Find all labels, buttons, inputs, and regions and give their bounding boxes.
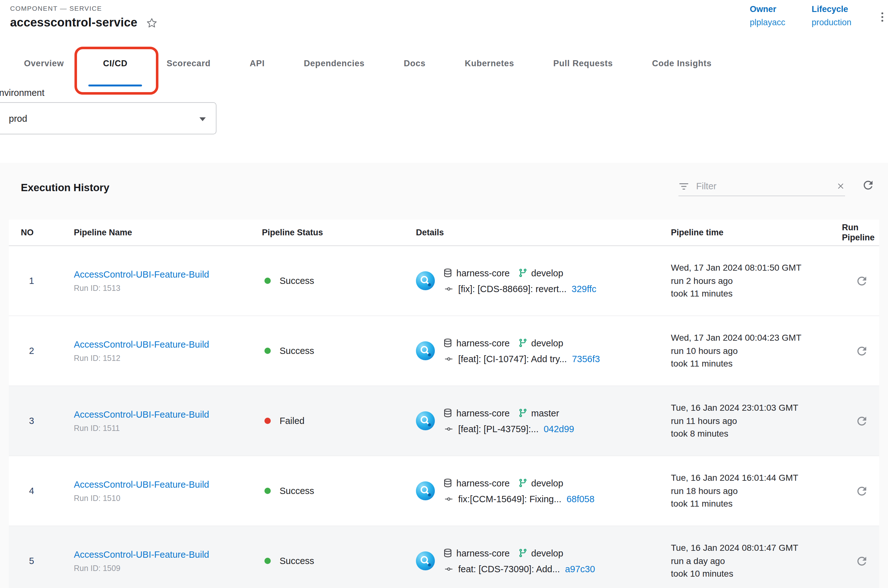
commit-sha-link[interactable]: 042d99 xyxy=(544,424,574,434)
run-id: Run ID: 1509 xyxy=(74,564,262,573)
column-header-pipeline-name: Pipeline Name xyxy=(74,228,262,237)
page-title: accesscontrol-service xyxy=(10,16,137,30)
branch-name: develop xyxy=(531,478,563,488)
clear-filter-button[interactable] xyxy=(836,182,845,190)
branch-name: develop xyxy=(531,548,563,558)
pipeline-name-link[interactable]: AccessControl-UBI-Feature-Build xyxy=(74,549,262,559)
kebab-menu-icon[interactable] xyxy=(876,11,888,26)
favorite-star-icon[interactable] xyxy=(146,17,158,29)
status-dot xyxy=(264,418,271,424)
commit-sha-link[interactable]: 7356f3 xyxy=(572,354,600,364)
tab-cicd[interactable]: CI/CD xyxy=(84,40,147,86)
run-pipeline-button[interactable] xyxy=(851,340,872,362)
pipeline-time-duration: took 11 minutes xyxy=(671,357,842,370)
commit-sha-link[interactable]: 329ffc xyxy=(571,284,597,294)
status-dot xyxy=(264,558,271,564)
filter-funnel-icon xyxy=(678,181,689,192)
tab-docs[interactable]: Docs xyxy=(384,40,445,86)
repo-name: harness-core xyxy=(456,408,509,418)
tab-dependencies[interactable]: Dependencies xyxy=(284,40,385,86)
tab-kubernetes[interactable]: Kubernetes xyxy=(445,40,534,86)
pipeline-time-duration: took 10 minutes xyxy=(671,567,842,580)
git-branch-icon xyxy=(518,478,527,488)
tab-overview[interactable]: Overview xyxy=(5,40,84,86)
owner-value-link[interactable]: plplayacc xyxy=(750,18,786,27)
table-row: 4 AccessControl-UBI-Feature-Build Run ID… xyxy=(9,456,879,526)
pipeline-time-ago: run 18 hours ago xyxy=(671,484,842,498)
pipeline-execution-icon xyxy=(416,411,435,430)
refresh-icon xyxy=(861,178,875,192)
pipeline-time: Wed, 17 Jan 2024 00:04:23 GMT run 10 hou… xyxy=(671,332,842,370)
status-text: Failed xyxy=(279,416,305,426)
pipeline-name-link[interactable]: AccessControl-UBI-Feature-Build xyxy=(74,409,262,419)
commit-message: feat: [CDS-73090]: Add... xyxy=(458,564,560,574)
git-commit-icon xyxy=(443,284,454,293)
filter-input[interactable] xyxy=(695,180,831,192)
column-header-pipeline-status: Pipeline Status xyxy=(262,228,416,237)
pipeline-time: Tue, 16 Jan 2024 16:01:44 GMT run 18 hou… xyxy=(671,472,842,510)
pipeline-name-link[interactable]: AccessControl-UBI-Feature-Build xyxy=(74,479,262,489)
rerun-icon xyxy=(855,554,868,567)
owner-block: Owner plplayacc xyxy=(750,4,786,27)
pipeline-time: Tue, 16 Jan 2024 08:01:47 GMT run a day … xyxy=(671,542,842,580)
git-branch-icon xyxy=(518,548,527,558)
branch-name: develop xyxy=(531,338,563,348)
repo-name: harness-core xyxy=(456,338,509,348)
tab-code-insights[interactable]: Code Insights xyxy=(633,40,731,86)
run-id: Run ID: 1512 xyxy=(74,354,262,363)
tab-scorecard[interactable]: Scorecard xyxy=(147,40,230,86)
branch-name: master xyxy=(531,408,559,418)
run-pipeline-button[interactable] xyxy=(851,480,872,502)
commit-sha-link[interactable]: a97c30 xyxy=(565,564,595,574)
refresh-button[interactable] xyxy=(861,178,875,192)
pipeline-execution-icon xyxy=(416,271,435,290)
repo-name: harness-core xyxy=(456,478,509,488)
environment-select[interactable]: prod xyxy=(0,102,216,134)
row-number: 2 xyxy=(21,346,34,356)
lifecycle-block: Lifecycle production xyxy=(811,4,851,27)
run-id: Run ID: 1510 xyxy=(74,494,262,502)
status-text: Success xyxy=(279,486,314,496)
pipeline-time-duration: took 11 minutes xyxy=(671,498,842,510)
run-id: Run ID: 1513 xyxy=(74,284,262,292)
repo-icon xyxy=(443,268,452,278)
pipeline-time-duration: took 8 minutes xyxy=(671,428,842,440)
tab-pull-requests[interactable]: Pull Requests xyxy=(533,40,633,86)
pipeline-execution-icon xyxy=(416,341,435,360)
environment-selected-value: prod xyxy=(9,113,27,123)
rerun-icon xyxy=(855,274,868,287)
tab-api[interactable]: API xyxy=(230,40,284,86)
commit-sha-link[interactable]: 68f058 xyxy=(566,494,595,504)
table-row: 1 AccessControl-UBI-Feature-Build Run ID… xyxy=(9,246,879,316)
row-number: 5 xyxy=(21,556,34,566)
pipeline-name-link[interactable]: AccessControl-UBI-Feature-Build xyxy=(74,269,262,279)
run-pipeline-button[interactable] xyxy=(851,410,872,432)
pipeline-time-date: Wed, 17 Jan 2024 00:04:23 GMT xyxy=(671,332,842,345)
section-title: Execution History xyxy=(21,182,110,194)
pipeline-name-link[interactable]: AccessControl-UBI-Feature-Build xyxy=(74,339,262,349)
lifecycle-label: Lifecycle xyxy=(811,4,851,14)
git-commit-icon xyxy=(443,424,454,433)
pipeline-time-ago: run 10 hours ago xyxy=(671,345,842,357)
pipeline-time-date: Tue, 16 Jan 2024 23:01:03 GMT xyxy=(671,402,842,414)
git-commit-icon xyxy=(443,494,454,503)
status-text: Success xyxy=(279,276,314,286)
status-dot xyxy=(264,488,271,494)
tab-cicd-label: CI/CD xyxy=(103,58,128,68)
commit-message: [feat]: [PL-43759]:... xyxy=(458,424,539,434)
tab-bar: Overview CI/CD Scorecard API Dependencie… xyxy=(0,40,888,86)
pipeline-execution-icon xyxy=(416,551,435,570)
breadcrumb: COMPONENT — SERVICE xyxy=(10,4,102,12)
git-commit-icon xyxy=(443,354,454,363)
status-dot xyxy=(264,348,271,354)
run-pipeline-button[interactable] xyxy=(851,550,872,572)
run-pipeline-button[interactable] xyxy=(851,270,872,291)
row-number: 1 xyxy=(21,276,34,286)
repo-icon xyxy=(443,478,452,488)
git-branch-icon xyxy=(518,408,527,418)
column-header-pipeline-time: Pipeline time xyxy=(671,228,842,237)
column-header-details: Details xyxy=(416,228,671,237)
commit-message: [fix]: [CDS-88669]: revert... xyxy=(458,284,566,294)
row-number: 4 xyxy=(21,486,34,496)
column-header-run-pipeline: Run Pipeline xyxy=(842,222,879,243)
